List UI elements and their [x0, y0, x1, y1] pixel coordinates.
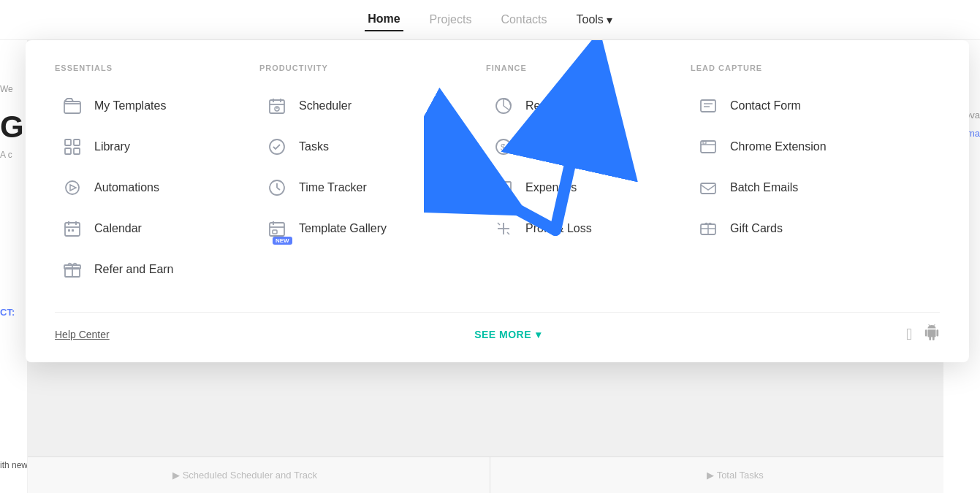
expenses-icon: [492, 176, 515, 199]
svg-rect-2: [74, 140, 80, 145]
tasks-icon: [265, 135, 289, 158]
nav-contacts[interactable]: Contacts: [498, 9, 550, 31]
automations-item[interactable]: Automations: [55, 169, 245, 207]
svg-line-40: [498, 223, 500, 225]
svg-text:$: $: [501, 142, 506, 153]
gear-play-icon: [61, 176, 84, 199]
tasks-label: Tasks: [299, 140, 329, 153]
library-label: Library: [94, 140, 130, 153]
gift-cards-icon: [696, 217, 720, 240]
dropdown-footer: Help Center SEE MORE ▾ : [55, 312, 940, 345]
grid-icon: [61, 135, 84, 158]
refer-earn-label: Refer and Earn: [94, 263, 174, 276]
scheduler-label: Scheduler: [299, 99, 352, 112]
see-more-button[interactable]: SEE MORE ▾: [474, 329, 541, 340]
profit-loss-label: Profit & Loss: [525, 222, 592, 235]
finance-column: FINANCE Reports $: [486, 64, 691, 291]
svg-rect-10: [68, 229, 70, 232]
payments-item[interactable]: $ Payments: [486, 128, 676, 166]
expenses-item[interactable]: Expenses: [486, 169, 676, 207]
nav-tools[interactable]: Tools ▾: [574, 9, 615, 31]
left-edge-we: We: [0, 84, 13, 94]
essentials-column: ESSENTIALS My Templates: [55, 64, 259, 291]
contact-form-item[interactable]: Contact Form: [691, 87, 895, 125]
svg-rect-4: [74, 148, 80, 154]
calendar-label: Calendar: [94, 222, 142, 235]
svg-rect-47: [703, 142, 706, 144]
refer-earn-item[interactable]: Refer and Earn: [55, 251, 245, 288]
gift-cards-item[interactable]: Gift Cards: [691, 210, 895, 248]
android-icon[interactable]: [924, 324, 940, 345]
time-tracker-label: Time Tracker: [299, 181, 367, 194]
nav-home[interactable]: Home: [365, 8, 403, 31]
profit-loss-icon: [492, 217, 515, 240]
reports-label: Reports: [525, 99, 566, 112]
help-center-link[interactable]: Help Center: [55, 329, 110, 340]
bottom-section-2: ▶ Total Tasks: [490, 457, 980, 493]
expenses-label: Expenses: [525, 181, 577, 194]
top-nav: Home Projects Contacts Tools ▾: [0, 0, 980, 40]
contact-form-label: Contact Form: [730, 99, 801, 112]
scheduler-icon: [265, 94, 289, 118]
calendar-item[interactable]: Calendar: [55, 210, 245, 248]
app-store-icons: : [906, 324, 940, 345]
calendar-icon: [61, 217, 84, 240]
apple-icon[interactable]: : [906, 325, 912, 344]
my-templates-label: My Templates: [94, 99, 166, 112]
svg-rect-48: [701, 183, 715, 194]
batch-emails-icon: [696, 176, 720, 199]
svg-rect-1: [65, 140, 71, 145]
lead-capture-header: LEAD CAPTURE: [691, 64, 895, 72]
chrome-extension-label: Chrome Extension: [730, 140, 827, 153]
template-gallery-icon: NEW: [265, 217, 289, 240]
chevron-down-icon: ▾: [607, 13, 612, 27]
contact-form-icon: [696, 94, 720, 118]
reports-icon: [492, 94, 515, 118]
batch-emails-label: Batch Emails: [730, 181, 798, 194]
bottom-label-1: ▶ Scheduled Scheduler and Track: [172, 470, 317, 481]
my-templates-item[interactable]: My Templates: [55, 87, 245, 125]
left-edge-bottom: ith new activity: [0, 460, 28, 470]
svg-rect-3: [65, 148, 71, 154]
productivity-header: PRODUCTIVITY: [259, 64, 471, 72]
menu-grid: ESSENTIALS My Templates: [55, 64, 940, 291]
library-item[interactable]: Library: [55, 128, 245, 166]
time-tracker-item[interactable]: Time Tracker: [259, 169, 471, 207]
payments-icon: $: [492, 135, 515, 158]
clock-icon: [265, 176, 289, 199]
template-gallery-label: Template Gallery: [299, 222, 387, 235]
automations-label: Automations: [94, 181, 159, 194]
svg-rect-28: [273, 230, 277, 234]
nav-projects[interactable]: Projects: [427, 9, 475, 31]
gift-icon: [61, 258, 84, 281]
finance-header: FINANCE: [486, 64, 676, 72]
svg-line-41: [507, 232, 509, 234]
left-edge-content: We G A c CT: ith new activity: [0, 0, 28, 493]
chrome-extension-item[interactable]: Chrome Extension: [691, 128, 895, 166]
chrome-ext-icon: [696, 135, 720, 158]
template-gallery-item[interactable]: NEW Template Gallery: [259, 210, 471, 248]
svg-line-31: [504, 106, 509, 110]
left-edge-ac: A c: [0, 150, 12, 160]
tasks-item[interactable]: Tasks: [259, 128, 471, 166]
chevron-down-icon: ▾: [536, 329, 542, 340]
essentials-header: ESSENTIALS: [55, 64, 245, 72]
lead-capture-column: LEAD CAPTURE Contact Form: [691, 64, 910, 291]
tools-dropdown: ESSENTIALS My Templates: [26, 40, 969, 362]
svg-rect-42: [701, 100, 715, 112]
left-edge-cts: CT:: [0, 307, 15, 318]
scheduler-item[interactable]: Scheduler: [259, 87, 471, 125]
svg-line-24: [277, 188, 280, 190]
productivity-column: PRODUCTIVITY Scheduler: [259, 64, 486, 291]
reports-item[interactable]: Reports: [486, 87, 676, 125]
gift-cards-label: Gift Cards: [730, 222, 783, 235]
bottom-label-2: ▶ Total Tasks: [707, 470, 763, 481]
bottom-bar: ▶ Scheduled Scheduler and Track ▶ Total …: [0, 456, 980, 493]
bottom-section-1: ▶ Scheduled Scheduler and Track: [0, 457, 490, 493]
new-badge: NEW: [273, 237, 292, 245]
svg-rect-11: [72, 229, 74, 232]
folder-icon: [61, 94, 84, 118]
profit-loss-item[interactable]: Profit & Loss: [486, 210, 676, 248]
batch-emails-item[interactable]: Batch Emails: [691, 169, 895, 207]
payments-label: Payments: [525, 140, 577, 153]
